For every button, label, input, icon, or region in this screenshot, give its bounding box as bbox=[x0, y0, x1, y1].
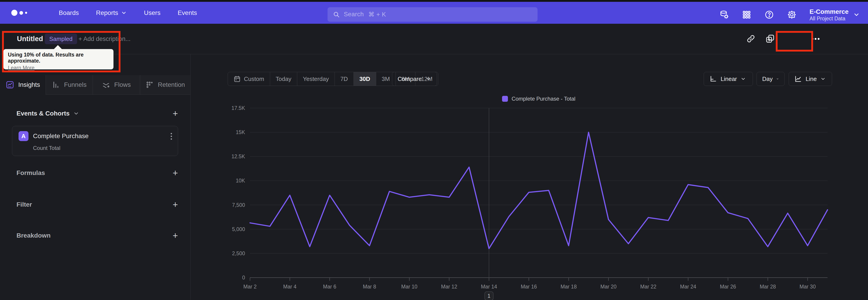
mixpanel-app: Boards Reports Users Events Search⌘ + K bbox=[0, 0, 868, 300]
nav-item-boards[interactable]: Boards bbox=[59, 9, 79, 17]
x-axis-label: Mar 18 bbox=[561, 284, 577, 290]
tooltip-message: Using 10% of data. Results are approxima… bbox=[8, 52, 109, 64]
annotation-badge[interactable]: 1 bbox=[485, 292, 493, 300]
report-title[interactable]: Untitled bbox=[17, 35, 43, 43]
x-axis-label: Mar 26 bbox=[720, 284, 736, 290]
nav-links: Boards Reports Users Events bbox=[59, 9, 197, 17]
x-axis-label: Mar 8 bbox=[363, 284, 376, 290]
chevron-down-icon bbox=[853, 11, 860, 18]
compare-button[interactable]: Compare bbox=[392, 72, 437, 86]
search-input[interactable]: Search⌘ + K bbox=[328, 7, 537, 22]
chevron-down-icon bbox=[820, 76, 826, 82]
x-axis: Mar 2Mar 4Mar 6Mar 8Mar 10Mar 12Mar 14Ma… bbox=[243, 278, 816, 290]
chevron-down-icon[interactable] bbox=[73, 111, 79, 116]
help-icon[interactable] bbox=[764, 10, 774, 20]
window-edge-top bbox=[0, 0, 868, 2]
line-chart-icon bbox=[794, 75, 802, 83]
series-line[interactable] bbox=[250, 132, 828, 248]
y-axis-label: 2,500 bbox=[232, 250, 245, 257]
flows-icon bbox=[102, 81, 110, 89]
nav-right-cluster: E-Commerce All Project Data bbox=[719, 4, 860, 26]
chevron-down-icon bbox=[776, 76, 779, 82]
add-breakdown-button[interactable]: + bbox=[173, 231, 178, 240]
sampling-tooltip: Using 10% of data. Results are approxima… bbox=[3, 49, 114, 69]
search-icon bbox=[333, 11, 340, 18]
copy-link-icon[interactable] bbox=[746, 34, 755, 43]
tab-insights[interactable]: Insights bbox=[0, 75, 46, 95]
y-axis-label: 15K bbox=[236, 129, 245, 135]
add-formula-button[interactable]: + bbox=[173, 169, 178, 177]
section-filter: Filter + bbox=[17, 200, 178, 209]
project-scope: All Project Data bbox=[809, 16, 848, 22]
tab-funnels[interactable]: Funnels bbox=[46, 75, 93, 95]
range-yesterday[interactable]: Yesterday bbox=[297, 72, 335, 86]
x-axis-label: Mar 30 bbox=[800, 284, 816, 290]
add-filter-button[interactable]: + bbox=[173, 200, 178, 209]
chart-type-selector[interactable]: Line bbox=[789, 72, 832, 86]
event-name[interactable]: Complete Purchase bbox=[33, 132, 89, 140]
chevron-down-icon bbox=[426, 76, 431, 82]
project-selector[interactable]: E-Commerce All Project Data bbox=[809, 8, 860, 22]
mixpanel-logo-icon[interactable] bbox=[11, 10, 41, 16]
retention-icon bbox=[146, 81, 154, 89]
y-axis-label: 0 bbox=[242, 275, 245, 280]
y-axis-label: 5,000 bbox=[232, 226, 245, 232]
linear-scale-icon bbox=[709, 75, 717, 83]
y-axis-label: 17.5K bbox=[231, 105, 245, 111]
x-axis-label: Mar 28 bbox=[760, 284, 776, 290]
copy-to-board-icon[interactable] bbox=[765, 34, 775, 44]
section-breakdown: Breakdown + bbox=[17, 231, 178, 240]
top-navigation-bar: Boards Reports Users Events Search⌘ + K bbox=[0, 2, 868, 24]
nav-item-reports[interactable]: Reports bbox=[96, 9, 127, 17]
x-axis-label: Mar 14 bbox=[481, 284, 497, 290]
range-custom[interactable]: Custom bbox=[228, 72, 270, 86]
x-axis-label: Mar 10 bbox=[401, 284, 417, 290]
scale-selector[interactable]: Linear bbox=[704, 72, 753, 86]
event-metric[interactable]: Count Total bbox=[33, 145, 60, 151]
project-name: E-Commerce bbox=[809, 8, 848, 16]
events-cohorts-header: Events & Cohorts + bbox=[17, 109, 178, 118]
range-7d[interactable]: 7D bbox=[335, 72, 353, 86]
apps-grid-icon[interactable] bbox=[742, 10, 752, 20]
funnels-icon bbox=[52, 81, 60, 89]
chevron-down-icon bbox=[741, 76, 746, 82]
x-axis-label: Mar 4 bbox=[283, 284, 297, 290]
chart-panel: Custom Today Yesterday 7D 30D 3M 6M 12M … bbox=[191, 54, 868, 300]
add-description-button[interactable]: + Add description... bbox=[79, 35, 130, 42]
x-axis-label: Mar 16 bbox=[521, 284, 537, 290]
learn-more-link[interactable]: Learn More bbox=[8, 65, 35, 71]
insights-icon bbox=[6, 81, 14, 89]
chart-toolbar: Custom Today Yesterday 7D 30D 3M 6M 12M … bbox=[191, 72, 868, 86]
x-axis-label: Mar 20 bbox=[600, 284, 617, 290]
x-axis-label: Mar 24 bbox=[680, 284, 696, 290]
event-card[interactable]: A Complete Purchase Count Total bbox=[12, 126, 178, 156]
svg-text:1: 1 bbox=[488, 293, 491, 299]
granularity-selector[interactable]: Day bbox=[756, 72, 784, 86]
sampled-badge[interactable]: Sampled bbox=[45, 34, 77, 44]
query-builder-sidebar: Insights Funnels Flows Retention Events … bbox=[0, 54, 191, 300]
x-axis-label: Mar 12 bbox=[441, 284, 457, 290]
y-axis-label: 10K bbox=[236, 178, 245, 184]
calendar-icon bbox=[234, 75, 241, 83]
data-management-icon[interactable] bbox=[719, 10, 729, 20]
x-axis-label: Mar 2 bbox=[243, 284, 257, 290]
y-axis-label: 12.5K bbox=[231, 153, 245, 159]
add-event-button[interactable]: + bbox=[173, 109, 178, 118]
range-30d[interactable]: 30D bbox=[353, 72, 376, 86]
y-axis-label: 7,500 bbox=[232, 202, 245, 208]
tab-flows[interactable]: Flows bbox=[93, 75, 140, 95]
range-today[interactable]: Today bbox=[270, 72, 297, 86]
x-axis-label: Mar 6 bbox=[323, 284, 336, 290]
more-options-icon[interactable] bbox=[810, 34, 821, 44]
event-options-icon[interactable] bbox=[170, 133, 172, 140]
nav-item-events[interactable]: Events bbox=[178, 9, 197, 17]
chevron-down-icon bbox=[121, 10, 127, 16]
x-axis-label: Mar 22 bbox=[640, 284, 656, 290]
report-tabs: Insights Funnels Flows Retention bbox=[0, 75, 190, 95]
report-header-bar: Untitled Sampled + Add description... Sa… bbox=[0, 24, 868, 54]
section-formulas: Formulas + bbox=[17, 169, 178, 177]
tab-retention[interactable]: Retention bbox=[140, 75, 190, 95]
settings-gear-icon[interactable] bbox=[787, 10, 797, 20]
nav-item-users[interactable]: Users bbox=[144, 9, 160, 17]
chart-canvas[interactable]: 02,5005,0007,50010K12.5K15K17.5KMar 2Mar… bbox=[191, 94, 868, 300]
